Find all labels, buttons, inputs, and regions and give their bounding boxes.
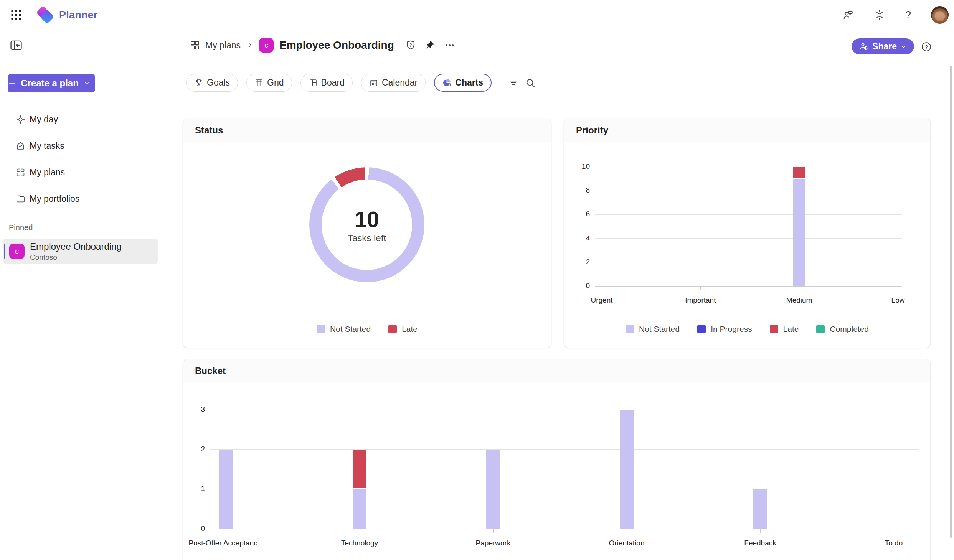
selected-indicator — [4, 244, 5, 259]
tab-label: Board — [321, 77, 345, 88]
chevron-right-icon — [246, 42, 253, 49]
y-axis-tick-label: 6 — [568, 210, 590, 218]
tab-board[interactable]: Board — [300, 74, 353, 92]
sidebar-item-label: My portfolios — [30, 194, 79, 204]
grid-line — [210, 449, 919, 450]
x-axis-label: Post-Offer Acceptanc... — [188, 539, 263, 547]
share-label: Share — [872, 41, 897, 52]
x-axis-label: Technology — [341, 539, 378, 547]
planner-logo-icon — [37, 7, 54, 23]
calendar-icon — [369, 78, 378, 87]
tab-label: Charts — [455, 77, 483, 88]
legend-item: Late — [770, 324, 799, 334]
app-launcher-icon[interactable] — [7, 6, 25, 24]
bar-segment — [353, 450, 366, 488]
sidebar-item-label: My day — [30, 114, 58, 125]
y-axis-tick-label: 3 — [183, 405, 205, 413]
tab-label: Calendar — [382, 77, 418, 88]
legend-item: Late — [388, 324, 418, 334]
sidebar-item-my-portfolios[interactable]: My portfolios — [0, 187, 159, 210]
y-axis-tick-label: 10 — [568, 162, 590, 171]
grid-line — [595, 214, 902, 215]
x-axis-tick — [898, 286, 898, 290]
sidebar-item-my-plans[interactable]: My plans — [0, 161, 159, 184]
tab-charts[interactable]: Charts — [434, 74, 492, 92]
status-legend: Not StartedLate — [183, 324, 551, 334]
page-title: Employee Onboarding — [279, 39, 394, 51]
tab-grid[interactable]: Grid — [246, 74, 292, 92]
vertical-scrollbar[interactable] — [950, 66, 952, 538]
bar-segment — [219, 450, 233, 529]
app-title: Planner — [59, 9, 97, 21]
x-axis-tick — [700, 286, 701, 290]
card-title: Priority — [576, 125, 608, 136]
create-plan-button[interactable]: Create a plan — [8, 74, 95, 92]
svg-text:?: ? — [925, 44, 928, 50]
legend-item: Completed — [816, 324, 869, 334]
x-axis-label: Orientation — [609, 539, 645, 547]
shield-privacy-icon[interactable]: ? — [404, 38, 418, 52]
pinned-plan-subtitle: Contoso — [30, 253, 57, 262]
more-options-icon[interactable] — [443, 38, 457, 52]
feedback-icon[interactable] — [842, 9, 854, 21]
tab-calendar[interactable]: Calendar — [361, 74, 426, 92]
bucket-card-header: Bucket — [183, 359, 930, 382]
grid-line — [210, 410, 919, 410]
collapse-sidebar-icon[interactable] — [8, 37, 25, 54]
settings-gear-icon[interactable] — [874, 9, 885, 21]
help-icon[interactable]: ? — [905, 9, 911, 21]
x-axis-label: Low — [891, 296, 905, 305]
grid-icon — [189, 40, 201, 51]
priority-card: Priority 0246810UrgentImportantMediumLow… — [564, 119, 931, 348]
x-axis-label: Feedback — [744, 539, 776, 547]
x-axis-tick — [360, 529, 360, 533]
x-axis-label: Urgent — [591, 296, 612, 305]
share-button[interactable]: Share — [852, 38, 914, 54]
x-axis-label: To do — [885, 539, 903, 547]
priority-legend: Not StartedIn ProgressLateCompleted — [564, 324, 930, 334]
tab-goals[interactable]: Goals — [186, 74, 238, 92]
chevron-down-icon — [84, 80, 91, 87]
legend-label: Completed — [830, 324, 869, 334]
topbar-actions: ? — [842, 0, 949, 30]
filter-icon[interactable] — [505, 74, 522, 91]
user-avatar[interactable] — [931, 6, 949, 24]
pin-icon[interactable] — [423, 38, 437, 52]
grid-line — [210, 489, 919, 489]
sidebar-pinned-plan[interactable]: c Employee Onboarding Contoso — [3, 239, 158, 264]
status-card-header: Status — [183, 119, 551, 142]
search-icon[interactable] — [522, 74, 539, 91]
y-axis-tick-label: 0 — [183, 524, 205, 533]
legend-label: In Progress — [711, 324, 752, 334]
create-plan-label: Create a plan — [21, 78, 79, 89]
x-axis-tick — [493, 529, 494, 533]
y-axis-tick-label: 1 — [183, 484, 205, 493]
card-title: Status — [195, 125, 223, 136]
sidebar-item-label: My tasks — [30, 141, 64, 151]
tasks-left-value: 10 — [355, 206, 380, 232]
plan-icon: c — [259, 38, 274, 53]
sidebar-item-my-tasks[interactable]: My tasks — [0, 134, 159, 157]
bar-segment — [353, 489, 366, 529]
bar-segment — [793, 179, 805, 286]
breadcrumb-my-plans[interactable]: My plans — [189, 40, 241, 51]
legend-label: Not Started — [639, 324, 680, 334]
status-card: Status 10 Tasks left Not StartedLate — [183, 119, 551, 348]
breadcrumb-root-label: My plans — [205, 40, 241, 51]
bar-segment — [793, 167, 805, 178]
sidebar-nav: My day My tasks My plans My portfolios — [0, 108, 164, 214]
help-circle-icon[interactable]: ? — [921, 41, 932, 52]
legend-item: Not Started — [317, 324, 371, 334]
left-sidebar: Create a plan My day My tasks — [0, 30, 164, 560]
create-plan-menu-button[interactable] — [79, 74, 95, 92]
pinned-section-label: Pinned — [9, 223, 33, 232]
priority-card-header: Priority — [564, 119, 930, 142]
sidebar-item-my-day[interactable]: My day — [0, 108, 159, 131]
priority-plot: 0246810UrgentImportantMediumLow — [595, 167, 902, 286]
board-icon — [309, 78, 318, 87]
sidebar-item-label: My plans — [30, 167, 65, 178]
y-axis-tick-label: 2 — [183, 445, 205, 453]
x-axis-tick — [760, 529, 761, 533]
grid-line — [595, 286, 902, 287]
plus-icon — [8, 79, 16, 87]
